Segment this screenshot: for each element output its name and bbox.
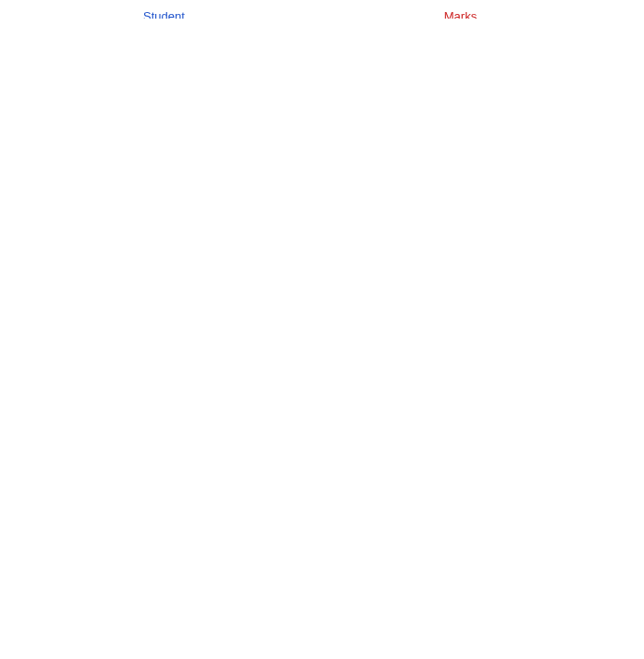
marks-title: Marks — [390, 9, 531, 19]
marks-table-block: Marks StudentIDTotal_marks V00195 V00280… — [390, 9, 531, 19]
student-title: Student — [102, 9, 226, 19]
student-table-block: Student StudentIDName V001Abe V002Abhay … — [102, 9, 226, 19]
arrows-overlay — [0, 0, 644, 19]
